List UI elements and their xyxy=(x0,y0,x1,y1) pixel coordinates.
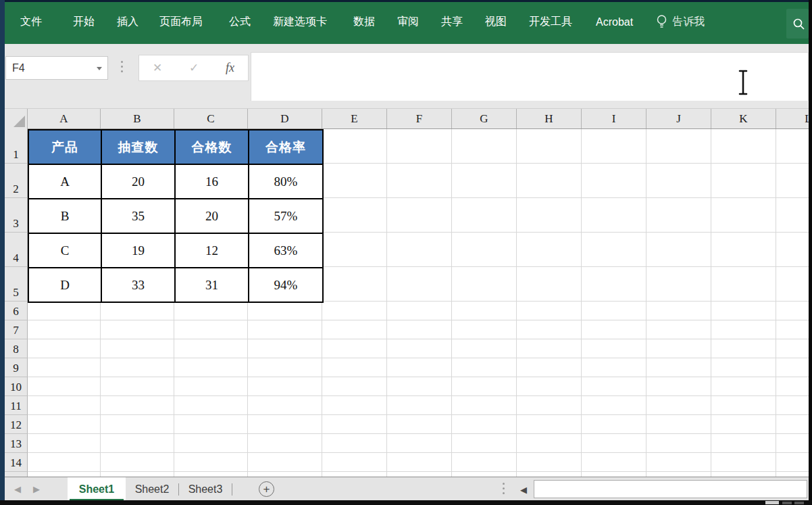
table-cell[interactable]: C xyxy=(29,234,102,268)
horizontal-scrollbar-thumb[interactable] xyxy=(534,480,807,498)
cell-E6[interactable] xyxy=(322,302,387,320)
cell-L10[interactable] xyxy=(776,377,809,396)
ribbon-tab-6[interactable]: 新建选项卡 xyxy=(273,15,327,29)
cell-I11[interactable] xyxy=(582,396,646,415)
cell-E10[interactable] xyxy=(322,377,387,396)
cell-H12[interactable] xyxy=(517,415,582,434)
cell-I12[interactable] xyxy=(582,415,646,434)
cell-B14[interactable] xyxy=(101,453,174,472)
cell-B7[interactable] xyxy=(101,320,174,339)
row-header-11[interactable]: 11 xyxy=(5,396,28,415)
cell-H9[interactable] xyxy=(517,358,582,377)
tell-me-button[interactable]: 告诉我 xyxy=(656,14,705,30)
cell-H13[interactable] xyxy=(517,434,582,453)
cell-G5[interactable] xyxy=(452,267,517,302)
cell-K4[interactable] xyxy=(711,233,776,267)
ribbon-tab-1[interactable]: 文件 xyxy=(20,15,42,29)
cell-J7[interactable] xyxy=(646,320,711,339)
row-header-6[interactable]: 6 xyxy=(5,302,28,320)
table-cell[interactable]: A xyxy=(29,165,102,199)
cell-K10[interactable] xyxy=(711,377,776,396)
cell-J12[interactable] xyxy=(646,415,711,434)
cell-J11[interactable] xyxy=(646,396,711,415)
cell-E12[interactable] xyxy=(322,415,387,434)
table-cell[interactable]: 80% xyxy=(249,165,324,199)
cell-A10[interactable] xyxy=(28,377,101,396)
cell-H11[interactable] xyxy=(517,396,582,415)
cell-L4[interactable] xyxy=(776,233,809,267)
column-header-E[interactable]: E xyxy=(322,109,387,128)
cell-G12[interactable] xyxy=(452,415,517,434)
cell-E2[interactable] xyxy=(322,164,387,198)
ribbon-tab-7[interactable]: 数据 xyxy=(353,15,375,29)
cell-K7[interactable] xyxy=(711,320,776,339)
cell-H14[interactable] xyxy=(517,453,582,472)
cell-C8[interactable] xyxy=(174,339,248,358)
cell-E1[interactable] xyxy=(322,129,387,164)
ribbon-tab-12[interactable]: Acrobat xyxy=(596,16,633,28)
cell-G14[interactable] xyxy=(452,453,517,472)
sheet-nav-right-icon[interactable]: ▶ xyxy=(33,484,40,494)
cell-J6[interactable] xyxy=(646,302,711,320)
cell-B8[interactable] xyxy=(101,339,174,358)
row-header-4[interactable]: 4 xyxy=(5,233,28,267)
cell-C10[interactable] xyxy=(174,377,248,396)
cell-H8[interactable] xyxy=(517,339,582,358)
ribbon-tab-10[interactable]: 视图 xyxy=(485,15,507,29)
cell-G6[interactable] xyxy=(452,302,517,320)
cell-L9[interactable] xyxy=(776,358,809,377)
cell-J3[interactable] xyxy=(646,198,711,233)
table-cell[interactable]: 12 xyxy=(176,234,249,268)
column-header-C[interactable]: C xyxy=(174,109,248,128)
table-cell[interactable]: 57% xyxy=(249,199,324,234)
cell-L2[interactable] xyxy=(776,164,809,198)
cell-G8[interactable] xyxy=(452,339,517,358)
sheet-nav-left-icon[interactable]: ◀ xyxy=(14,484,21,494)
cell-G7[interactable] xyxy=(452,320,517,339)
table-header-cell[interactable]: 抽查数 xyxy=(102,130,176,165)
table-cell[interactable]: 35 xyxy=(102,199,176,234)
cell-I13[interactable] xyxy=(582,434,646,453)
name-box-dropdown-icon[interactable] xyxy=(97,67,102,70)
cell-L11[interactable] xyxy=(776,396,809,415)
cell-A6[interactable] xyxy=(28,302,101,320)
cell-G13[interactable] xyxy=(452,434,517,453)
cell-C12[interactable] xyxy=(174,415,248,434)
cell-K14[interactable] xyxy=(711,453,776,472)
cell-A7[interactable] xyxy=(28,320,101,339)
cell-F14[interactable] xyxy=(387,453,452,472)
row-header-12[interactable]: 12 xyxy=(5,415,28,434)
cell-G10[interactable] xyxy=(452,377,517,396)
cell-B6[interactable] xyxy=(101,302,174,320)
table-header-cell[interactable]: 合格数 xyxy=(176,130,249,165)
table-cell[interactable]: 33 xyxy=(102,268,176,303)
cell-F5[interactable] xyxy=(387,267,452,302)
cell-A14[interactable] xyxy=(28,453,101,472)
column-header-G[interactable]: G xyxy=(452,109,517,128)
cell-I14[interactable] xyxy=(582,453,646,472)
cell-L6[interactable] xyxy=(776,302,809,320)
cell-H2[interactable] xyxy=(517,164,582,198)
cell-J8[interactable] xyxy=(646,339,711,358)
row-header-2[interactable]: 2 xyxy=(5,164,28,198)
add-sheet-button[interactable]: + xyxy=(259,481,274,497)
cell-K1[interactable] xyxy=(711,129,776,164)
ribbon-tab-11[interactable]: 开发工具 xyxy=(529,15,572,29)
cell-E8[interactable] xyxy=(322,339,387,358)
cell-L3[interactable] xyxy=(776,198,809,233)
ribbon-tab-9[interactable]: 共享 xyxy=(441,15,463,29)
ribbon-tab-2[interactable]: 开始 xyxy=(73,15,95,29)
column-header-B[interactable]: B xyxy=(101,109,174,128)
cell-F10[interactable] xyxy=(387,377,452,396)
cell-E13[interactable] xyxy=(322,434,387,453)
cell-F12[interactable] xyxy=(387,415,452,434)
row-header-9[interactable]: 9 xyxy=(5,358,28,377)
cell-C11[interactable] xyxy=(174,396,248,415)
cell-B9[interactable] xyxy=(101,358,174,377)
row-header-1[interactable]: 1 xyxy=(5,129,28,164)
cell-F2[interactable] xyxy=(387,164,452,198)
cell-J14[interactable] xyxy=(646,453,711,472)
column-header-F[interactable]: F xyxy=(387,109,452,128)
cell-L5[interactable] xyxy=(776,267,809,302)
row-header-14[interactable]: 14 xyxy=(5,453,28,472)
